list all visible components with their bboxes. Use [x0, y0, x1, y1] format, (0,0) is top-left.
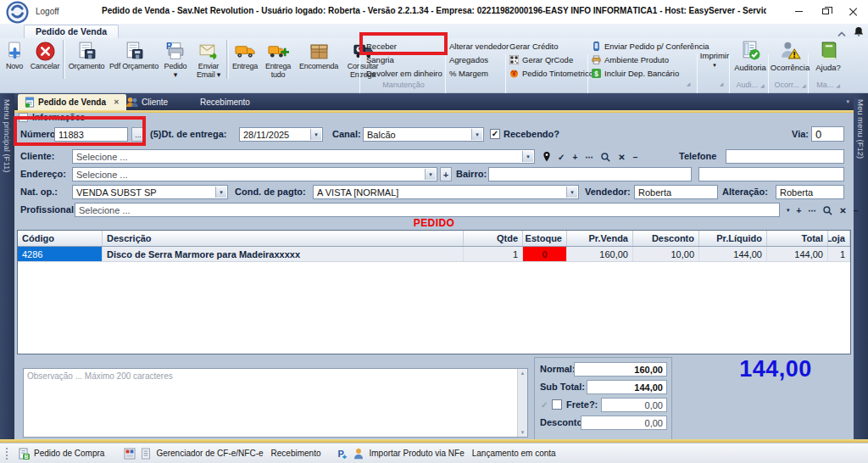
remove-icon[interactable]: − — [633, 153, 638, 162]
dialog-launcher-icon[interactable]: ◢ — [836, 82, 840, 88]
right-dock-strip[interactable]: Meu menu (F12) — [854, 93, 868, 439]
restore-button[interactable] — [812, 0, 839, 22]
scroll-down-icon[interactable]: ▼ — [520, 430, 526, 435]
cell-pr-venda[interactable]: 160,00 — [567, 247, 633, 261]
column-header-pr-liquido[interactable]: Pr.Líquido — [699, 231, 767, 246]
gerar-qrcode-button[interactable]: Gerar QrCode — [509, 54, 587, 64]
app-logo-icon[interactable] — [6, 1, 29, 24]
column-header-desconto[interactable]: Desconto — [633, 231, 699, 246]
devolver-em-dinheiro-button[interactable]: Devolver em dinheiro — [366, 68, 444, 78]
cfe-nfce-manager-button[interactable]: Gerenciador de CF-e/NFC-e — [124, 448, 263, 460]
scroll-up-icon[interactable]: ▲ — [520, 371, 526, 376]
cell-estoque[interactable]: 0 — [523, 247, 567, 261]
chevron-down-icon[interactable]: ▾ — [566, 187, 577, 198]
close-button[interactable] — [839, 0, 866, 22]
column-header-total[interactable]: Total — [767, 231, 828, 246]
margem-button[interactable]: % Margem — [449, 68, 505, 78]
column-header-pr-venda[interactable]: Pr.Venda — [567, 231, 633, 246]
ajuda-button[interactable]: Ajuda? — [810, 38, 846, 82]
confirm-icon[interactable]: ✓ — [558, 153, 565, 162]
importar-produto-nfe-button[interactable]: P Importar Produto via NFe — [337, 448, 464, 460]
incluir-dep-bancario-button[interactable]: $ Incluir Dep. Bancário — [592, 68, 695, 78]
chevron-down-icon[interactable]: ▾ — [425, 169, 436, 180]
auditoria-button[interactable]: Auditoria — [732, 38, 769, 82]
dialog-launcher-icon[interactable]: ◢ — [802, 82, 806, 88]
observacao-textarea[interactable]: Observação ... Máximo 200 caracteres ▲ ▼ — [23, 368, 528, 438]
encomenda-button[interactable]: Encomenda — [295, 38, 342, 82]
telefone-input[interactable] — [726, 149, 844, 164]
sangria-button[interactable]: Sangria — [366, 54, 444, 64]
tab-cliente[interactable]: Cliente — [119, 93, 175, 110]
cancelar-button[interactable]: Cancelar — [27, 38, 63, 82]
entrega-tudo-button[interactable]: Entrega tudo — [261, 38, 295, 82]
column-header-codigo[interactable]: Código — [18, 231, 103, 246]
canal-select[interactable]: Balcão▾ — [363, 127, 484, 142]
subtotal-input[interactable]: 144,00 — [587, 380, 667, 394]
cell-qtde[interactable]: 1 — [464, 247, 523, 261]
search-icon[interactable] — [823, 206, 832, 215]
pedido-print-button[interactable]: P Pedido ▾ — [160, 38, 191, 82]
endereco-select[interactable]: Selecione ...▾ — [72, 167, 437, 181]
dialog-launcher-icon[interactable]: ◢ — [683, 81, 693, 86]
novo-button[interactable]: Novo — [2, 38, 27, 82]
enviar-email-button[interactable]: Enviar Email ▾ — [191, 38, 226, 82]
column-header-estoque[interactable]: Estoque — [523, 231, 567, 246]
frete-checkbox[interactable] — [552, 399, 562, 410]
chevron-down-icon[interactable]: ▾ — [787, 207, 790, 214]
nat-op-select[interactable]: VENDA SUBST SP▾ — [72, 185, 228, 199]
column-header-loja[interactable]: Loja — [828, 231, 850, 246]
more-icon[interactable]: ⋯ — [808, 206, 816, 215]
tab-recebimento[interactable]: Recebimento — [193, 93, 257, 110]
observacao-scrollbar[interactable]: ▲ ▼ — [517, 369, 527, 437]
table-row[interactable]: 4286 Disco de Serra Marmore para Madeira… — [18, 247, 850, 262]
vendedor-input[interactable]: Roberta — [634, 185, 718, 199]
chevron-down-icon[interactable]: ▾ — [215, 187, 226, 198]
ambiente-produto-button[interactable]: Ambiente Produto — [592, 54, 695, 64]
via-input[interactable]: 0 — [811, 126, 844, 142]
cell-desconto[interactable]: 10,00 — [633, 247, 699, 261]
tab-list-dropdown-icon[interactable]: ▾ — [846, 98, 849, 105]
cliente-select[interactable]: Selecione ...▾ — [72, 149, 535, 164]
bairro-input[interactable] — [488, 167, 692, 181]
endereco-extra-input[interactable] — [698, 167, 844, 181]
gerar-credito-button[interactable]: Gerar Crédito — [509, 41, 587, 51]
cell-codigo[interactable]: 4286 — [18, 247, 103, 261]
left-dock-strip[interactable]: Menu principal (F11) — [0, 93, 14, 439]
pedido-tintometrico-button[interactable]: Pedido Tintometrico — [509, 68, 587, 78]
entrega-button[interactable]: Entrega — [229, 38, 261, 82]
lancamento-em-conta-button[interactable]: Lançamento em conta — [472, 449, 556, 458]
recebendo-checkbox[interactable]: ✓ — [490, 129, 500, 139]
more-icon[interactable]: ⋯ — [585, 153, 593, 162]
imprimir-button[interactable]: Imprimir ▾ — [699, 38, 730, 81]
profissional-select[interactable]: Selecione ... — [75, 203, 780, 217]
clear-icon[interactable]: ✕ — [618, 153, 625, 162]
chevron-down-icon[interactable]: ▾ — [522, 151, 533, 162]
frete-input[interactable]: 0,00 — [601, 398, 667, 412]
alteracao-input[interactable]: Roberta — [776, 185, 844, 199]
dialog-launcher-icon[interactable]: ◢ — [760, 82, 765, 88]
cell-loja[interactable]: 1 — [828, 247, 850, 261]
dt-entrega-input[interactable]: 28/11/2025▾ — [239, 127, 323, 142]
remove-icon[interactable]: − — [854, 206, 859, 215]
pedido-de-compra-button[interactable]: B Pedido de Compra — [18, 448, 104, 460]
normal-input[interactable]: 160,00 — [574, 362, 667, 377]
cell-total[interactable]: 144,00 — [767, 247, 828, 261]
tab-pedido-de-venda[interactable]: Pedido de Venda ✕ — [18, 94, 126, 110]
cond-pagto-select[interactable]: A VISTA [NORMAL]▾ — [313, 185, 579, 199]
cell-descricao[interactable]: Disco de Serra Marmore para Madeiraxxxxx — [103, 247, 464, 261]
frete-apply-icon[interactable]: ✓ — [541, 400, 548, 410]
chevron-down-icon[interactable]: ▾ — [310, 129, 321, 140]
logoff-button[interactable]: Logoff — [36, 7, 59, 16]
add-icon[interactable]: + — [572, 153, 577, 162]
search-icon[interactable] — [601, 153, 610, 162]
column-header-descricao[interactable]: Descrição — [103, 231, 464, 246]
enviar-pedido-conferencia-button[interactable]: Enviar Pedido p/ Conferência — [592, 41, 695, 51]
cell-pr-liquido[interactable]: 144,00 — [699, 247, 767, 261]
ribbon-tab-pedido-de-venda[interactable]: Pedido de Venda — [24, 25, 119, 38]
add-endereco-button[interactable]: + — [440, 167, 452, 181]
orcamento-button[interactable]: Orçamento — [65, 38, 108, 82]
map-pin-icon[interactable] — [543, 152, 550, 162]
minimize-button[interactable] — [785, 0, 812, 22]
add-icon[interactable]: + — [797, 206, 802, 215]
column-header-qtde[interactable]: Qtde — [464, 231, 523, 246]
